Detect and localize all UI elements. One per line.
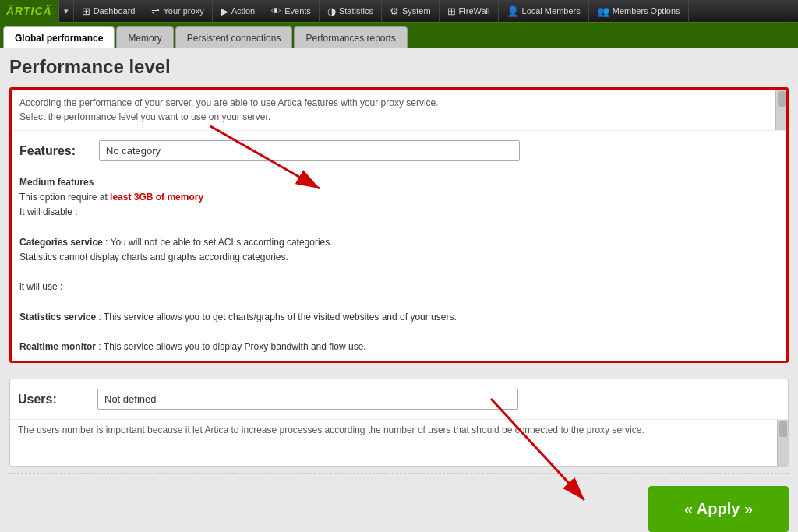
firewall-icon: ⊞ bbox=[447, 5, 456, 17]
action-icon: ▶ bbox=[221, 5, 228, 17]
nav-members-options-label: Members Options bbox=[613, 6, 680, 16]
scrollbar-thumb-2 bbox=[779, 421, 787, 437]
statistics-icon: ◑ bbox=[327, 5, 336, 17]
features-select-wrapper: No category Low features Medium features… bbox=[99, 140, 520, 161]
nav-system-label: System bbox=[402, 6, 431, 16]
tab-performances-reports[interactable]: Performances reports bbox=[294, 26, 407, 48]
local-members-icon: 👤 bbox=[507, 5, 519, 17]
realtime-monitor: Realtime monitor : This service allows y… bbox=[19, 340, 779, 354]
dashboard-icon: ⊞ bbox=[82, 5, 90, 17]
scrollbar-thumb-1 bbox=[778, 91, 786, 107]
section-divider bbox=[9, 473, 789, 474]
nav-dashboard[interactable]: ⊞ Dashboard bbox=[74, 0, 144, 23]
categories-service: Categories service : You will not be abl… bbox=[19, 235, 779, 250]
nav-dropdown[interactable]: ▾ bbox=[59, 0, 74, 23]
memory-requirement: This option require at least 3GB of memo… bbox=[19, 190, 779, 205]
page-title: Performance level bbox=[9, 56, 789, 78]
description-line1: According the performance of your server… bbox=[19, 96, 771, 110]
users-info: The users number is important because it… bbox=[10, 419, 788, 466]
description-line2: Select the performance level you want to… bbox=[19, 110, 771, 124]
users-info-text: The users number is important because it… bbox=[18, 425, 644, 435]
system-icon: ⚙ bbox=[390, 5, 399, 17]
features-label: Features: bbox=[19, 144, 90, 158]
it-will-use: it will use : bbox=[19, 280, 779, 294]
nav-system[interactable]: ⚙ System bbox=[382, 0, 440, 23]
tab-memory[interactable]: Memory bbox=[116, 26, 173, 48]
members-options-icon: 👥 bbox=[597, 5, 609, 17]
events-icon: 👁 bbox=[271, 5, 281, 17]
nav-events-label: Events bbox=[284, 6, 311, 16]
tab-global-performance[interactable]: Global performance bbox=[3, 26, 115, 48]
users-select-wrapper: Not defined Less than 100 100 to 500 500… bbox=[97, 389, 518, 410]
logo: ÄRTICÄ bbox=[0, 0, 59, 23]
statistics-service: Statistics service : This service allows… bbox=[19, 310, 779, 325]
statistics-service-text: : This service allows you to get charts/… bbox=[98, 312, 456, 322]
medium-features-header: Medium features bbox=[19, 175, 779, 190]
nav-action-label: Action bbox=[231, 6, 256, 16]
nav-your-proxy[interactable]: ⇌ Your proxy bbox=[143, 0, 212, 23]
proxy-icon: ⇌ bbox=[151, 5, 160, 17]
tab-bar: Global performance Memory Persistent con… bbox=[0, 23, 798, 48]
memory-text: least 3GB of memory bbox=[108, 192, 203, 203]
it-will-disable: It will disable : bbox=[19, 205, 779, 220]
top-navbar: ÄRTICÄ ▾ ⊞ Dashboard ⇌ Your proxy ▶ Acti… bbox=[0, 0, 798, 23]
features-select[interactable]: No category Low features Medium features… bbox=[99, 140, 520, 161]
feature-info-section: Medium features This option require at l… bbox=[12, 171, 786, 361]
nav-firewall-label: FireWall bbox=[459, 6, 490, 16]
nav-proxy-label: Your proxy bbox=[163, 6, 203, 16]
features-row: Features: No category Low features Mediu… bbox=[12, 131, 786, 171]
main-content: Performance level According the performa… bbox=[0, 48, 798, 532]
nav-members-options[interactable]: 👥 Members Options bbox=[589, 0, 689, 23]
logo-text: ÄRTICÄ bbox=[6, 5, 52, 17]
nav-local-members[interactable]: 👤 Local Members bbox=[499, 0, 589, 23]
scrollbar-indicator-2 bbox=[777, 420, 788, 466]
nav-events[interactable]: 👁 Events bbox=[263, 0, 320, 23]
features-highlight-box: According the performance of your server… bbox=[9, 87, 789, 363]
scrollbar-indicator-1 bbox=[775, 90, 786, 130]
users-row: Users: Not defined Less than 100 100 to … bbox=[10, 379, 788, 419]
realtime-text: : This service allows you to display Pro… bbox=[98, 341, 365, 352]
categories-service-label: Categories service bbox=[19, 237, 103, 248]
users-select[interactable]: Not defined Less than 100 100 to 500 500… bbox=[97, 389, 518, 410]
users-section: Users: Not defined Less than 100 100 to … bbox=[9, 379, 789, 467]
nav-action[interactable]: ▶ Action bbox=[213, 0, 264, 23]
nav-local-members-label: Local Members bbox=[522, 6, 581, 16]
realtime-label: Realtime monitor bbox=[19, 341, 96, 352]
nav-statistics-label: Statistics bbox=[339, 6, 373, 16]
description-section: According the performance of your server… bbox=[12, 90, 786, 131]
apply-button[interactable]: « Apply » bbox=[648, 486, 789, 532]
nav-dashboard-label: Dashboard bbox=[94, 6, 136, 16]
categories-service-text: : You will not be able to set ACLs accor… bbox=[105, 237, 333, 248]
users-label: Users: bbox=[18, 393, 88, 407]
statistics-service-label: Statistics service bbox=[19, 312, 96, 322]
nav-statistics[interactable]: ◑ Statistics bbox=[320, 0, 382, 23]
nav-firewall[interactable]: ⊞ FireWall bbox=[440, 0, 499, 23]
tab-persistent-connections[interactable]: Persistent connections bbox=[175, 26, 293, 48]
statistics-note: Statistics cannot display charts and gra… bbox=[19, 250, 779, 265]
